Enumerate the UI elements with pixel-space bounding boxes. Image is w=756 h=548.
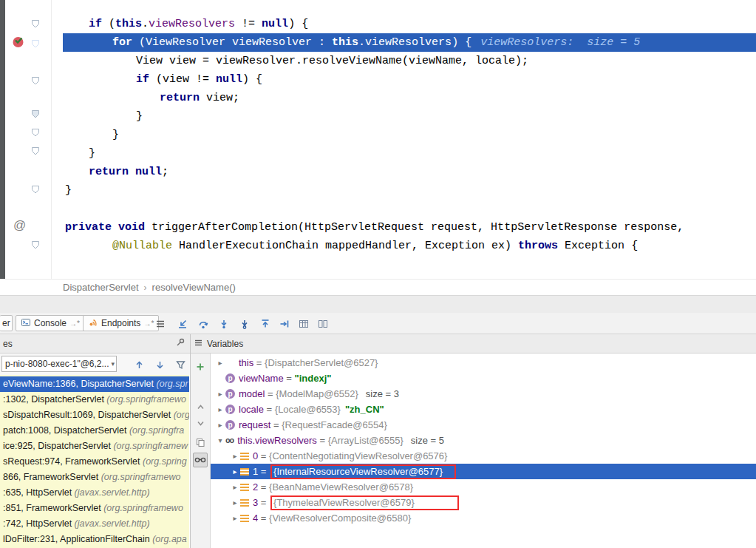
- variable-row[interactable]: ▸plocale = {Locale@6553}"zh_CN": [211, 402, 756, 417]
- frame-row[interactable]: :851, FrameworkServlet (org.springframew…: [0, 501, 189, 516]
- expand-icon[interactable]: ▸: [230, 510, 240, 526]
- frame-row[interactable]: lDoFilter:231, ApplicationFilterChain (o…: [0, 532, 189, 547]
- code-line[interactable]: @Nullable HandlerExecutionChain mappedHa…: [63, 237, 756, 255]
- left-tool-stripe: [0, 0, 5, 279]
- step-over-button[interactable]: [195, 316, 211, 332]
- tab-console[interactable]: Console →*: [16, 315, 85, 331]
- code-line[interactable]: }: [63, 181, 756, 200]
- expand-icon[interactable]: ▸: [215, 417, 225, 433]
- gutter-mark-icon[interactable]: [30, 75, 42, 87]
- variable-value: {RequestFacade@6554}: [282, 417, 387, 433]
- code-line-execution[interactable]: for (ViewResolver viewResolver : this.vi…: [63, 33, 756, 52]
- variable-row[interactable]: ▸4 = {ViewResolverComposite@6580}: [211, 510, 756, 526]
- code-line[interactable]: }: [63, 126, 756, 144]
- code-text: view;: [200, 92, 239, 104]
- gutter-mark-icon[interactable]: [30, 109, 42, 121]
- code-line[interactable]: return null;: [63, 163, 756, 181]
- expand-icon[interactable]: ▾: [215, 433, 225, 448]
- previous-frame-button[interactable]: [132, 358, 146, 371]
- code-line[interactable]: }: [63, 107, 756, 126]
- frame-row[interactable]: :1302, DispatcherServlet (org.springfram…: [0, 392, 189, 407]
- gutter-mark-icon[interactable]: [30, 184, 42, 196]
- expand-icon[interactable]: ▸: [230, 448, 240, 464]
- tab-endpoints[interactable]: Endpoints →*: [83, 315, 159, 331]
- code-text: this: [115, 18, 142, 30]
- equals-sign: =: [258, 464, 269, 479]
- next-frame-button[interactable]: [152, 358, 167, 371]
- code-line[interactable]: View view = viewResolver.resolveViewName…: [63, 52, 756, 70]
- variable-row[interactable]: ▸prequest = {RequestFacade@6554}: [211, 417, 756, 433]
- verified-breakpoint-icon[interactable]: [12, 35, 25, 49]
- gutter-mark-icon[interactable]: [30, 18, 42, 30]
- frame-row[interactable]: eViewName:1366, DispatcherServlet (org.s…: [0, 376, 189, 392]
- expand-icon[interactable]: ▸: [215, 402, 225, 417]
- variable-row[interactable]: pviewName = "indexj": [211, 371, 756, 386]
- variable-row[interactable]: ▾oothis.viewResolvers = {ArrayList@6555}…: [211, 433, 756, 448]
- variable-row[interactable]: ▸pmodel = {ModelMap@6552}size = 3: [211, 386, 756, 402]
- thread-dropdown[interactable]: p-nio-8080-exec-1"@6,2... ▾: [1, 356, 117, 372]
- breadcrumb-class[interactable]: DispatcherServlet: [63, 282, 139, 293]
- no-icon: [225, 358, 235, 368]
- expand-icon[interactable]: ▸: [230, 495, 240, 510]
- code-text: ;: [162, 166, 168, 178]
- code-line[interactable]: if (this.viewResolvers != null) {: [63, 15, 756, 33]
- run-to-cursor-button[interactable]: [276, 316, 293, 332]
- code-line[interactable]: if (view != null) {: [63, 70, 756, 89]
- copy-icon[interactable]: [193, 435, 208, 450]
- move-watch-up-button[interactable]: [193, 399, 208, 414]
- frame-text: ice:925, DispatcherServlet: [3, 441, 111, 451]
- frame-row[interactable]: 866, FrameworkServlet (org.springframewo: [0, 470, 189, 485]
- code-text: (ViewResolver viewResolver :: [132, 36, 332, 49]
- pin-icon[interactable]: [175, 337, 185, 350]
- expand-icon[interactable]: ▸: [215, 386, 225, 402]
- gutter-mark-icon[interactable]: [30, 127, 42, 139]
- variable-row[interactable]: ▸0 = {ContentNegotiatingViewResolver@657…: [211, 448, 756, 464]
- equals-sign: =: [258, 448, 269, 464]
- code-text: View view = viewResolver.resolveViewName…: [136, 55, 528, 67]
- show-execution-point-button[interactable]: [174, 316, 191, 332]
- frame-package: (org.springframewo: [101, 503, 183, 513]
- frame-package: (org.spring: [140, 456, 187, 467]
- expand-icon[interactable]: ▸: [215, 355, 225, 371]
- variable-row[interactable]: ▸1 = {InternalResourceViewResolver@6577}: [211, 464, 756, 479]
- gutter-mark-icon[interactable]: [30, 240, 42, 251]
- filter-frames-icon[interactable]: [173, 358, 188, 371]
- code-text: return: [89, 166, 129, 178]
- move-watch-down-button[interactable]: [193, 416, 208, 430]
- frame-row[interactable]: :742, HttpServlet (javax.servlet.http): [0, 516, 189, 532]
- array-element-icon: [240, 484, 249, 491]
- frame-package: (org.apa: [150, 534, 187, 544]
- breadcrumb-method[interactable]: resolveViewName(): [152, 282, 236, 293]
- view-breakpoints-button[interactable]: [296, 316, 312, 332]
- debug-window-header: [0, 295, 756, 314]
- show-watches-toggle[interactable]: [193, 453, 208, 467]
- step-into-button[interactable]: [216, 316, 232, 332]
- frame-row[interactable]: sDispatchResult:1069, DispatcherServlet …: [0, 407, 189, 423]
- editor-gutter[interactable]: @: [5, 0, 63, 279]
- step-out-button[interactable]: [257, 316, 273, 332]
- variable-row[interactable]: ▸3 = {ThymeleafViewResolver@6579}: [211, 495, 756, 510]
- force-step-into-button[interactable]: [236, 316, 253, 332]
- expand-icon[interactable]: ▸: [230, 479, 240, 495]
- variable-row[interactable]: ▸2 = {BeanNameViewResolver@6578}: [211, 479, 756, 495]
- variable-row[interactable]: ▸this = {DispatcherServlet@6527}: [211, 355, 756, 371]
- add-watch-button[interactable]: [193, 359, 208, 374]
- frame-row[interactable]: :635, HttpServlet (javax.servlet.http): [0, 485, 189, 501]
- expand-icon[interactable]: ▸: [230, 464, 240, 479]
- gutter-mark-icon[interactable]: [30, 38, 42, 50]
- frame-row[interactable]: sRequest:974, FrameworkServlet (org.spri…: [0, 454, 189, 470]
- tab-debugger-partial[interactable]: er: [0, 315, 13, 331]
- toolbar-menu-icon[interactable]: [152, 316, 168, 332]
- code-text: this: [332, 36, 358, 49]
- variables-menu-icon[interactable]: [194, 338, 203, 350]
- code-line[interactable]: private void triggerAfterCompletion(Http…: [63, 218, 756, 237]
- gutter-mark-icon[interactable]: [30, 146, 42, 158]
- code-area[interactable]: if (this.viewResolvers != null) {for (Vi…: [63, 0, 756, 279]
- frame-package: (org.springframewo: [104, 394, 186, 405]
- frame-row[interactable]: ice:925, DispatcherServlet (org.springfr…: [0, 439, 189, 454]
- code-line[interactable]: }: [63, 144, 756, 163]
- code-line[interactable]: return view;: [63, 89, 756, 107]
- mute-breakpoints-button[interactable]: [315, 316, 331, 332]
- frame-row[interactable]: patch:1008, DispatcherServlet (org.sprin…: [0, 423, 189, 439]
- code-text: HandlerExecutionChain mappedHandler, Exc…: [172, 240, 518, 252]
